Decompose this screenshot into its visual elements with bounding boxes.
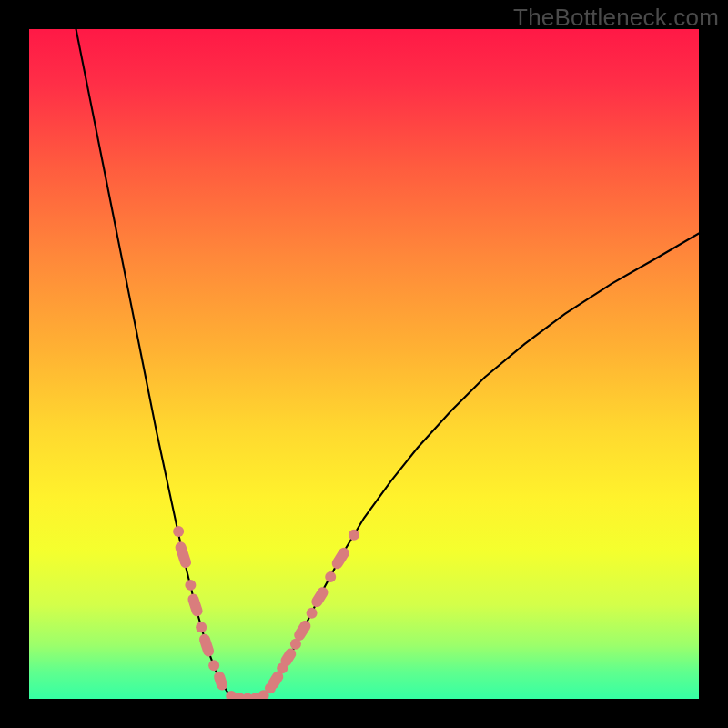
bead-capsule xyxy=(197,632,215,658)
bead-dot xyxy=(208,660,219,671)
bottleneck-curve xyxy=(76,29,699,699)
bead-dot xyxy=(185,580,196,591)
bead-dot xyxy=(173,526,184,537)
bead-capsule xyxy=(329,545,351,571)
watermark-label: TheBottleneck.com xyxy=(513,4,719,32)
bead-capsule xyxy=(213,670,229,692)
plot-svg xyxy=(29,29,699,699)
plot-area xyxy=(29,29,699,699)
bead-dot xyxy=(325,571,336,582)
curve-group xyxy=(76,29,699,699)
bead-dot xyxy=(307,608,318,619)
bead-capsule xyxy=(187,592,204,618)
bead-capsule xyxy=(174,541,193,570)
bead-dot xyxy=(349,530,359,541)
beads-group xyxy=(173,526,359,699)
chart-frame: TheBottleneck.com xyxy=(0,0,728,728)
bead-capsule xyxy=(309,585,330,609)
bead-dot xyxy=(196,622,207,632)
